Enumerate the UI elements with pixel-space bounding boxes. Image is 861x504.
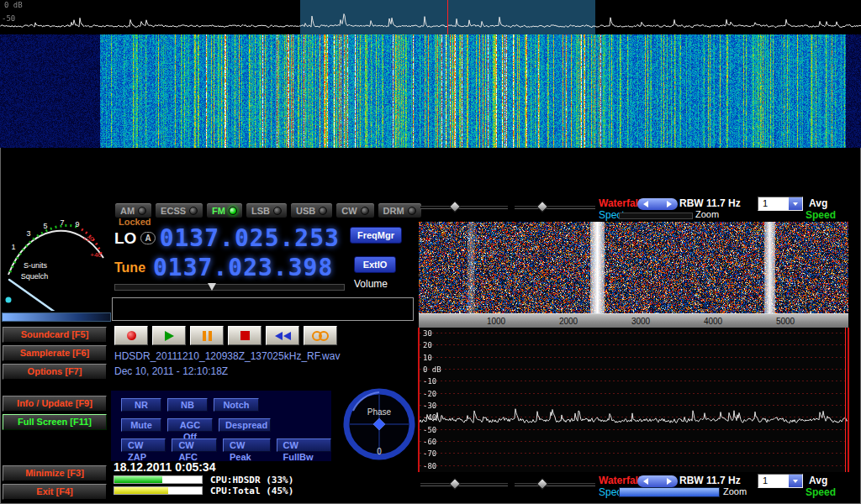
- dsp-panel: NR NB Notch Mute AGC Off Despread CW ZAP…: [111, 391, 331, 461]
- despread-button[interactable]: Despread: [219, 418, 271, 432]
- waterfall-brightness-slider[interactable]: [420, 202, 508, 212]
- smeter-tick-3: 3: [26, 229, 30, 238]
- slider-handle[interactable]: [536, 201, 548, 213]
- squelch-slider[interactable]: [2, 312, 111, 322]
- cw-peak-button[interactable]: CW Peak: [223, 438, 271, 452]
- audio-spectrum-canvas[interactable]: [420, 328, 848, 472]
- zoom-label-bottom: Zoom: [723, 486, 747, 496]
- loop-button[interactable]: [304, 326, 337, 345]
- waterfall-label-bottom[interactable]: Waterfall: [599, 475, 641, 486]
- usb-led-icon: [319, 207, 327, 215]
- freqmgr-button[interactable]: FreqMgr: [350, 227, 402, 244]
- audio-tick-label: 2000: [559, 317, 578, 326]
- lo-frequency-row: LO A 0137.025.253: [114, 224, 340, 252]
- options-button[interactable]: Options [F7]: [3, 364, 107, 380]
- dsp-row: Mute AGC Off Despread: [121, 418, 331, 432]
- mode-button-cw[interactable]: CW: [335, 202, 374, 218]
- rbw-label-bottom: RBW 11.7 Hz: [679, 475, 741, 486]
- avg-dropdown-bottom[interactable]: 1: [758, 474, 803, 488]
- samplerate-button[interactable]: Samplerate [F6]: [3, 345, 107, 361]
- dropdown-arrow-icon[interactable]: [789, 475, 802, 487]
- avg-dropdown-value: 1: [758, 475, 789, 487]
- mode-button-drm[interactable]: DRM: [378, 202, 422, 218]
- speed-label-top: Speed: [806, 209, 836, 221]
- zoom-slider-top[interactable]: [619, 213, 693, 219]
- notch-button[interactable]: Notch: [214, 398, 259, 412]
- overview-db-zero-label: 0 dB: [4, 1, 23, 9]
- slider-handle[interactable]: [536, 478, 548, 490]
- extio-button[interactable]: ExtIO: [354, 256, 396, 273]
- record-button[interactable]: [114, 326, 148, 345]
- mode-button-ecss[interactable]: ECSS: [155, 202, 203, 218]
- band-arrows-bottom[interactable]: [637, 475, 678, 487]
- tune-label: Tune: [114, 260, 149, 276]
- overview-spectrum[interactable]: 0 dB -50: [0, 0, 861, 34]
- right-arrow-icon[interactable]: [667, 201, 672, 207]
- lo-frequency-display[interactable]: 0137.025.253: [160, 224, 340, 252]
- smeter-plus20-label: +20: [82, 235, 94, 243]
- db-axis-label: -50: [423, 426, 436, 434]
- slider-groove[interactable]: [515, 483, 595, 486]
- right-arrow-icon[interactable]: [667, 478, 672, 485]
- volume-slider[interactable]: [114, 284, 345, 291]
- am-led-icon: [138, 207, 146, 215]
- drm-led-icon: [408, 207, 416, 215]
- lsb-led-icon: [273, 207, 282, 215]
- play-button[interactable]: [152, 326, 186, 345]
- nb-button[interactable]: NB: [167, 398, 208, 412]
- slider-groove[interactable]: [420, 206, 508, 209]
- dsp-row: CW ZAP CW AFC CW Peak CW FullBw: [121, 438, 331, 452]
- cw-led-icon: [361, 207, 369, 215]
- pause-button[interactable]: [190, 326, 224, 345]
- fullscreen-button[interactable]: Full Screen [F11]: [3, 414, 107, 430]
- avg-dropdown-top[interactable]: 1: [758, 197, 803, 211]
- cw-zap-button[interactable]: CW ZAP: [121, 438, 166, 452]
- waterfall-brightness-slider-bottom[interactable]: [420, 479, 508, 489]
- cpu-total-bar: [114, 486, 203, 495]
- audio-spectrum-display[interactable]: 30 20 10 0 dB -10 -20 -30 -40 -50 -60 -7…: [418, 328, 849, 472]
- minimize-button[interactable]: Minimize [F3]: [3, 465, 107, 481]
- overview-spectrum-canvas[interactable]: [0, 0, 861, 34]
- band-arrows-top[interactable]: [637, 198, 678, 210]
- mode-button-usb[interactable]: USB: [290, 202, 333, 218]
- audio-tick-label: 3000: [631, 317, 650, 326]
- mode-label: USB: [296, 206, 315, 216]
- left-arrow-icon[interactable]: [643, 201, 648, 207]
- mode-label: DRM: [383, 206, 404, 216]
- exit-button[interactable]: Exit [F4]: [3, 484, 107, 500]
- slider-groove[interactable]: [515, 206, 595, 209]
- stop-button[interactable]: [228, 326, 261, 345]
- smeter-sunits-label: S-units: [24, 261, 48, 270]
- rbw-label-top: RBW 11.7 Hz: [679, 197, 741, 209]
- waterfall-label-top[interactable]: Waterfall: [599, 197, 641, 209]
- audio-waterfall-display[interactable]: [419, 222, 848, 313]
- waterfall-contrast-slider[interactable]: [515, 202, 595, 212]
- left-arrow-icon[interactable]: [643, 478, 648, 485]
- tune-frequency-display[interactable]: 0137.023.398: [153, 254, 333, 281]
- slider-handle[interactable]: [449, 201, 461, 213]
- soundcard-button[interactable]: Soundcard [F5]: [3, 327, 107, 343]
- slider-handle[interactable]: [449, 478, 461, 490]
- agc-button[interactable]: AGC Off: [167, 418, 213, 432]
- hdsdr-window: 137000 137005 137010 137015 137020 13702…: [0, 0, 861, 504]
- cw-fullbw-button[interactable]: CW FullBw: [277, 438, 331, 452]
- info-update-button[interactable]: Info / Update [F9]: [3, 396, 107, 412]
- zoom-slider-bottom[interactable]: [619, 487, 720, 497]
- rewind-button[interactable]: [266, 326, 299, 345]
- smeter-squelch-label: Squelch: [21, 272, 49, 281]
- mode-button-lsb[interactable]: LSB: [246, 202, 288, 218]
- volume-slider-handle[interactable]: [208, 283, 216, 291]
- mute-button[interactable]: Mute: [121, 418, 161, 432]
- cw-afc-button[interactable]: CW AFC: [172, 438, 217, 452]
- dropdown-arrow-icon[interactable]: [789, 197, 802, 210]
- mode-button-fm[interactable]: FM: [206, 202, 243, 218]
- smeter-tick-9: 9: [75, 220, 79, 228]
- db-axis-label: -30: [423, 402, 436, 410]
- nr-button[interactable]: NR: [121, 398, 161, 412]
- meter-readout-box: [112, 297, 414, 321]
- zoom-label-top: Zoom: [695, 209, 719, 219]
- tune-frequency-row: Tune 0137.023.398: [114, 254, 333, 281]
- slider-groove[interactable]: [420, 483, 508, 486]
- waterfall-contrast-slider-bottom[interactable]: [515, 479, 595, 489]
- vfo-a-badge[interactable]: A: [140, 232, 155, 244]
